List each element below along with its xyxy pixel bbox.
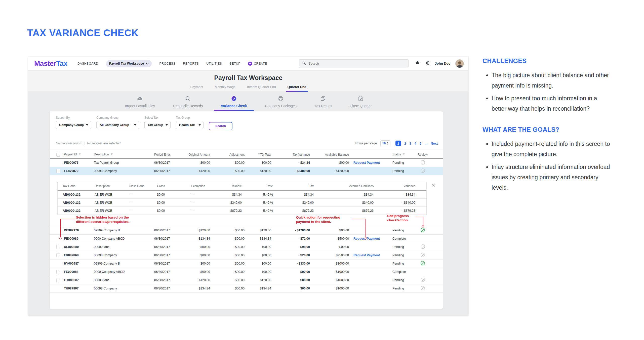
annotation-line xyxy=(366,219,366,237)
step-import-payroll-files[interactable]: Import Payroll Files xyxy=(125,96,155,111)
table-row[interactable]: HY00098709809 Company B06/30/2017$00.00$… xyxy=(50,260,443,268)
header-period-ends: Period Ends xyxy=(150,153,178,156)
row-checkbox[interactable] xyxy=(56,245,60,249)
payroll-id-cell: DE987979 xyxy=(62,229,90,232)
nav-setup[interactable]: SETUP xyxy=(229,62,240,65)
tab-quarter-end[interactable]: Quarter End xyxy=(287,85,306,92)
filter-icon[interactable] xyxy=(110,153,113,156)
nav-reports[interactable]: REPORTS xyxy=(183,62,199,65)
variance-check-panel: Search By Company Group Company Group Al… xyxy=(50,111,443,309)
inlay-table: Tax CodeDescriptionClass CodeGrossExempt… xyxy=(57,182,427,215)
review-check-icon[interactable] xyxy=(420,228,425,233)
review-check-icon[interactable] xyxy=(420,168,425,174)
tab-interim-quarter-end[interactable]: Interim Quarter End xyxy=(247,85,276,92)
ytd-total-cell: $120.00 xyxy=(247,169,273,173)
request-payment-link[interactable]: Request Payment xyxy=(353,161,380,164)
step-close-quarter[interactable]: Close Quarter xyxy=(350,96,372,111)
table-row[interactable]: FE0000880000 Company ABCD06/30/2017$00.0… xyxy=(50,268,443,276)
step-tax-return[interactable]: Tax Return xyxy=(315,96,332,111)
adjustment-cell: $00.00 xyxy=(212,169,247,173)
check-circle-icon xyxy=(231,96,237,102)
chevron-down-icon xyxy=(166,123,168,127)
table-row[interactable]: DE98797909809 Company B06/30/2017$120.00… xyxy=(50,226,443,235)
settings-gear-icon[interactable] xyxy=(425,61,430,66)
original-amount-cell: $00.00 xyxy=(178,253,212,257)
page-3-button[interactable]: 3 xyxy=(409,142,411,145)
status-cell: Pending xyxy=(390,161,415,164)
page-2-button[interactable]: 2 xyxy=(404,142,406,145)
inlay-row: AB0000-132AB ER WCB- -$0.00- -$340.005.4… xyxy=(58,199,426,207)
step-company-packages[interactable]: Company Packages xyxy=(265,96,296,111)
inlay-header-cell: Variance xyxy=(376,184,417,188)
filter-icon[interactable] xyxy=(78,153,81,156)
process-steps: Import Payroll Files Reconcile Records V… xyxy=(28,92,468,111)
review-check-icon[interactable] xyxy=(420,244,425,250)
table-row[interactable]: FE87987900098 Company06/30/2017$120.00$0… xyxy=(50,167,443,175)
inlay-cell: $0.00 xyxy=(153,201,176,204)
user-avatar[interactable] xyxy=(455,59,464,68)
header-tax-variance: Tax Variance xyxy=(273,153,312,156)
search-by-select[interactable]: Company Group xyxy=(56,121,91,129)
table-row[interactable]: FR08786800098 Company06/30/2017$00.00$00… xyxy=(50,251,443,260)
table-row[interactable]: TH98789700098 Company06/30/2017$134.34$0… xyxy=(50,284,443,293)
table-row[interactable]: DE809880000000abc06/30/2017$00.00$00.00$… xyxy=(50,243,443,251)
page-5-button[interactable]: 5 xyxy=(420,142,421,145)
company-group-select[interactable]: All Company Group xyxy=(96,121,139,129)
review-check-icon[interactable] xyxy=(420,277,425,283)
review-check-icon[interactable] xyxy=(420,261,425,266)
search-input[interactable] xyxy=(308,62,405,65)
challenges-title: CHALLENGES xyxy=(482,57,611,65)
tax-group-select[interactable]: Health Tax xyxy=(176,121,204,129)
filter-icon[interactable] xyxy=(403,153,405,156)
step-label: Company Packages xyxy=(265,104,296,108)
search-button[interactable]: Search xyxy=(209,122,232,130)
notifications-bell-icon[interactable] xyxy=(415,61,420,66)
inlay-header-cell: Class Code xyxy=(126,184,153,188)
inlay-cell: - - xyxy=(176,209,214,212)
review-check-icon[interactable] xyxy=(420,160,425,165)
review-cell xyxy=(415,252,430,258)
tax-variance-cell: - $20.00 xyxy=(273,253,312,257)
select-all-checkbox[interactable] xyxy=(56,153,60,157)
step-variance-check[interactable]: Variance Check xyxy=(221,96,247,111)
available-balance-cell: $00.00 xyxy=(312,229,351,232)
select-tax-select[interactable]: Tax Group xyxy=(144,121,171,129)
header-payroll-id[interactable]: Payroll ID xyxy=(62,153,90,156)
available-balance-cell: $00.00 xyxy=(312,161,351,164)
review-cell xyxy=(415,160,430,165)
nav-process[interactable]: PROCESS xyxy=(159,62,175,65)
table-row[interactable]: FE000076Tax Payroll Group06/30/2017$00.0… xyxy=(50,159,443,167)
adjustment-cell: $00.00 xyxy=(212,262,247,265)
nav-dashboard[interactable]: DASHBOARD xyxy=(77,62,98,65)
nav-workspace-dropdown[interactable]: Payroll Tax Workspace xyxy=(106,60,152,67)
header-label: Status xyxy=(392,153,401,156)
page-1-button[interactable]: 1 xyxy=(395,141,401,146)
row-checkbox[interactable] xyxy=(56,253,60,257)
close-icon[interactable] xyxy=(431,183,436,188)
header-status[interactable]: Status xyxy=(390,153,415,156)
row-checkbox[interactable] xyxy=(56,270,60,274)
status-cell: Pending xyxy=(390,253,415,257)
row-checkbox[interactable] xyxy=(56,278,60,282)
rows-per-page-stepper[interactable]: 10 xyxy=(380,140,390,146)
row-checkbox[interactable] xyxy=(56,169,60,173)
step-reconcile-records[interactable]: Reconcile Records xyxy=(173,96,203,111)
table-header-row: Payroll ID Description Period Ends Origi… xyxy=(50,151,443,159)
table-row[interactable]: FE0009890000 Company ABCD06/30/2017$134.… xyxy=(50,235,443,243)
tab-monthly-wage[interactable]: Monthly Wage xyxy=(215,85,236,92)
select-value: Company Group xyxy=(59,123,84,127)
header-description[interactable]: Description xyxy=(90,153,150,156)
request-payment-link[interactable]: Request Payment xyxy=(353,253,380,257)
nav-utilities[interactable]: UTILITIES xyxy=(206,62,222,65)
review-cell xyxy=(415,244,430,250)
review-check-icon[interactable] xyxy=(420,286,425,291)
review-cell xyxy=(415,261,430,266)
page-4-button[interactable]: 4 xyxy=(415,142,416,145)
description-cell: 0000 Company ABCD xyxy=(90,270,150,274)
nav-create-button[interactable]: + CREATE xyxy=(248,62,267,66)
inlay-row: AB0000-132AB ER WCB- -$0.00- -$879.235.4… xyxy=(58,207,426,215)
table-row[interactable]: GT000087000000abc06/30/2017$120.00$00.00… xyxy=(50,276,443,284)
next-page-button[interactable]: Next xyxy=(431,142,438,145)
tab-payment[interactable]: Payment xyxy=(190,85,203,92)
review-check-icon[interactable] xyxy=(420,252,425,258)
